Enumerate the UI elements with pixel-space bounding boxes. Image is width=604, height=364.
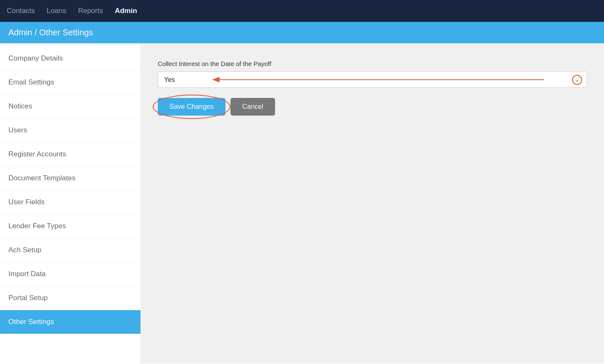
nav-item-contacts[interactable]: Contacts [7,7,35,15]
cancel-button[interactable]: Cancel [230,98,275,116]
sidebar-item-other-settings[interactable]: Other Settings [0,310,140,334]
main-layout: Company DetailsEmail SettingsNoticesUser… [0,43,604,364]
select-wrapper: Yes No ⌄ [158,71,587,88]
collect-interest-select[interactable]: Yes No [158,71,587,88]
sidebar-item-portal-setup[interactable]: Portal Setup [0,286,140,310]
sidebar-item-register-accounts[interactable]: Register Accounts [0,142,140,166]
page-title: Admin / Other Settings [8,28,93,37]
sidebar-item-ach-setup[interactable]: Ach Setup [0,238,140,262]
button-row: Save Changes Cancel [158,98,587,116]
sidebar-item-notices[interactable]: Notices [0,95,140,119]
sidebar-item-company-details[interactable]: Company Details [0,47,140,71]
sidebar-item-import-data[interactable]: Import Data [0,262,140,286]
top-navigation: ContactsLoansReportsAdmin [0,0,604,22]
sidebar-item-email-settings[interactable]: Email Settings [0,71,140,95]
sidebar-item-document-templates[interactable]: Document Templates [0,166,140,190]
nav-item-loans[interactable]: Loans [47,7,66,15]
sidebar-item-users[interactable]: Users [0,119,140,142]
nav-item-reports[interactable]: Reports [78,7,103,15]
main-content: Collect Interest on the Date of the Payo… [141,43,604,364]
nav-item-admin[interactable]: Admin [115,7,137,15]
save-button-wrapper: Save Changes [158,98,225,116]
settings-panel: Collect Interest on the Date of the Payo… [149,52,596,124]
field-label: Collect Interest on the Date of the Payo… [158,60,587,67]
sidebar-item-lender-fee-types[interactable]: Lender Fee Types [0,214,140,238]
save-changes-button[interactable]: Save Changes [158,98,225,116]
sidebar-item-user-fields[interactable]: User Fields [0,190,140,214]
page-header: Admin / Other Settings [0,22,604,43]
sidebar: Company DetailsEmail SettingsNoticesUser… [0,43,141,364]
